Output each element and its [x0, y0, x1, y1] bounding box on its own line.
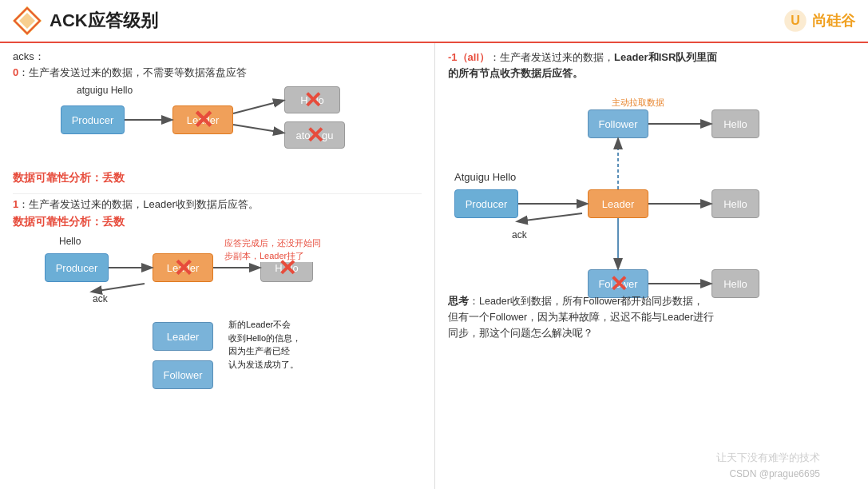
- divider-1: [13, 193, 422, 194]
- watermark-2: CSDN @prague6695: [729, 468, 820, 479]
- arrows-0: [13, 83, 422, 171]
- red-x-leader-0: ✕: [192, 105, 214, 135]
- left-panel: acks： 0：生产者发送过来的数据，不需要等数据落盘应答 atguigu He…: [0, 43, 435, 489]
- svg-text:U: U: [791, 14, 800, 27]
- page-title: ACK应答级别: [50, 9, 158, 33]
- section0-title: 0：生产者发送过来的数据，不需要等数据落盘应答: [13, 66, 422, 80]
- red-x-leader-1: ✕: [173, 254, 193, 282]
- diagram-neg1: Atguigu Hello Producer Leader Follower F…: [448, 87, 855, 311]
- diagram-1: Hello Producer Leader ✕ Hello ✕ ack: [13, 234, 422, 386]
- reliability-0: 数据可靠性分析：丢数: [13, 171, 422, 185]
- svg-line-12: [518, 213, 582, 221]
- section-neg1-title: -1（all）：生产者发送过来的数据，Leader和ISR队列里面的所有节点收齐…: [448, 50, 855, 81]
- section-0: 0：生产者发送过来的数据，不需要等数据落盘应答 atguigu Hello Pr…: [13, 66, 422, 185]
- acks-label: acks：: [13, 50, 422, 64]
- section-1: 1：生产者发送过来的数据，Leader收到数据后应答。 数据可靠性分析：丢数 H…: [13, 197, 422, 386]
- svg-line-10: [93, 284, 145, 292]
- right-panel: -1（all）：生产者发送过来的数据，Leader和ISR队列里面的所有节点收齐…: [435, 43, 868, 489]
- diagram-0: atguigu Hello Producer Leader ✕ Hello ✕: [13, 83, 422, 171]
- main-content: acks： 0：生产者发送过来的数据，不需要等数据落盘应答 atguigu He…: [0, 43, 868, 489]
- think-section: 思考：Leader收到数据，所有Follower都开始同步数据，但有一个Foll…: [448, 293, 767, 341]
- red-x-follower: ✕: [609, 271, 628, 297]
- header: ACK应答级别 U 尚硅谷: [0, 0, 868, 43]
- watermark-1: 让天下没有难学的技术: [716, 451, 820, 465]
- red-x-hello-top: ✕: [303, 87, 322, 113]
- brand-name: 尚硅谷: [812, 11, 855, 30]
- section1-title: 1：生产者发送过来的数据，Leader收到数据后应答。: [13, 197, 422, 212]
- logo-icon: [13, 6, 42, 35]
- arrows-r: [448, 87, 855, 311]
- svg-line-6: [233, 101, 283, 113]
- red-x-atguigu: ✕: [306, 122, 324, 149]
- red-x-hello-1: ✕: [278, 255, 296, 281]
- brand-icon: U: [783, 9, 807, 33]
- brand-logo: U 尚硅谷: [783, 9, 855, 33]
- reliability-1: 数据可靠性分析：丢数: [13, 215, 422, 229]
- arrows-1: [13, 234, 422, 386]
- header-left: ACK应答级别: [13, 6, 158, 35]
- svg-line-7: [233, 125, 283, 133]
